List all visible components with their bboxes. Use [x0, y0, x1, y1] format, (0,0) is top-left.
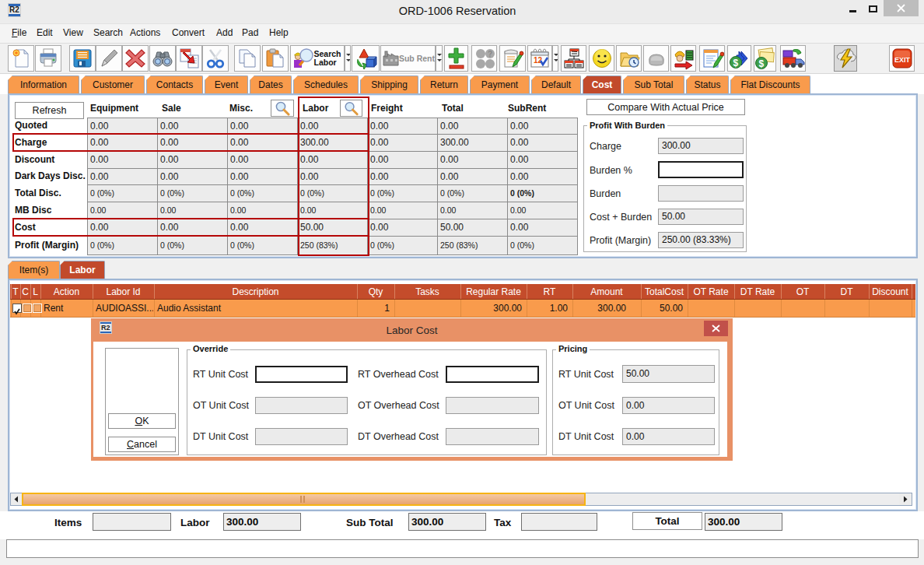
- svg-text:EXIT: EXIT: [894, 56, 911, 64]
- svg-text:?: ?: [488, 50, 492, 58]
- svg-text:$: $: [733, 58, 738, 68]
- svg-text:$: $: [759, 58, 765, 69]
